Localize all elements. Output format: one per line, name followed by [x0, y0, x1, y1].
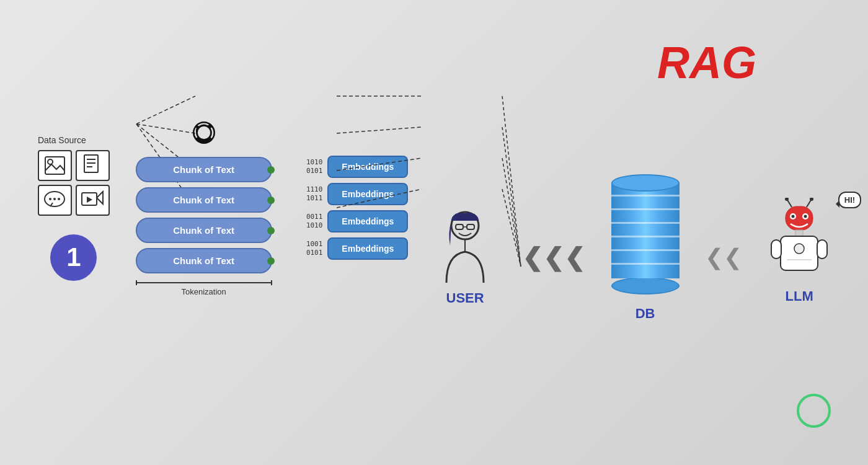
db-to-llm-arrows: ❮❮ [705, 244, 742, 270]
user-label: USER [446, 290, 484, 306]
svg-line-11 [502, 189, 521, 267]
binary-1: 1010 0101 [298, 158, 322, 176]
svg-point-20 [53, 198, 56, 200]
db-cylinder [611, 174, 680, 294]
openai-icon [190, 119, 218, 152]
green-circle-decoration [797, 394, 831, 428]
svg-point-37 [804, 215, 807, 218]
chunk-item-3: Chunk of Text [136, 218, 272, 243]
user-figure [434, 208, 496, 285]
embedding-row-4: 1001 0101 Embeddings [298, 237, 408, 260]
document-icon [76, 150, 110, 181]
svg-rect-38 [795, 230, 803, 236]
chunk-item-1: Chunk of Text [136, 157, 272, 182]
speech-bubble: HI! [838, 192, 861, 208]
embedding-box-1: Embeddings [327, 156, 408, 178]
binary-4: 1001 0101 [298, 240, 322, 258]
embedding-row-1: 1010 0101 Embeddings [298, 156, 408, 178]
svg-marker-24 [87, 197, 92, 203]
svg-rect-43 [817, 240, 827, 259]
embedding-box-4: Embeddings [327, 237, 408, 260]
chunks-section: Chunk of Text Chunk of Text Chunk of Tex… [136, 119, 272, 296]
chunk-item-4: Chunk of Text [136, 248, 272, 273]
svg-point-40 [794, 244, 804, 254]
tokenization-bar [136, 282, 272, 283]
binary-2: 1110 1011 [298, 185, 322, 203]
chunk-dot-1 [267, 166, 275, 174]
chunk-dot-3 [267, 227, 275, 234]
embedding-box-3: Embeddings [327, 210, 408, 232]
data-source-section: Data Source [38, 135, 110, 281]
chunks-list: Chunk of Text Chunk of Text Chunk of Tex… [136, 157, 272, 273]
data-source-label: Data Source [38, 135, 86, 145]
svg-line-8 [502, 96, 521, 267]
chunk-item-2: Chunk of Text [136, 187, 272, 213]
binary-3: 0011 1010 [298, 213, 322, 231]
cylinder-body [611, 183, 680, 278]
llm-section: HI! [768, 198, 830, 304]
svg-line-5 [337, 127, 422, 133]
user-to-db-arrows: ❮❮❮ [522, 243, 585, 272]
svg-line-10 [502, 158, 521, 267]
svg-point-21 [58, 198, 60, 200]
svg-rect-26 [456, 224, 463, 229]
embedding-row-2: 1110 1011 Embeddings [298, 183, 408, 205]
tokenization-section: Tokenization [136, 280, 272, 296]
svg-point-19 [49, 198, 51, 200]
chat-icon [38, 185, 72, 216]
user-section: USER [434, 208, 496, 306]
db-section: DB [611, 174, 680, 322]
embedding-row-3: 0011 1010 Embeddings [298, 210, 408, 232]
svg-rect-12 [45, 157, 64, 174]
svg-line-9 [502, 127, 521, 267]
svg-marker-23 [97, 192, 103, 204]
robot-figure: HI! [768, 198, 830, 278]
svg-rect-42 [771, 240, 781, 259]
chunk-dot-4 [267, 257, 275, 265]
svg-point-13 [48, 159, 53, 164]
cylinder-top [611, 174, 680, 192]
llm-label: LLM [786, 288, 813, 304]
db-label: DB [636, 306, 655, 322]
image-icon [38, 150, 72, 181]
chunk-dot-2 [267, 197, 275, 204]
data-source-icons [38, 150, 110, 216]
video-icon [76, 185, 110, 216]
step-number: 1 [50, 234, 97, 281]
cylinder-bottom [611, 277, 680, 294]
rag-title: RAG [657, 37, 756, 88]
svg-rect-27 [467, 224, 474, 229]
svg-point-36 [792, 215, 795, 218]
tokenization-label: Tokenization [136, 287, 272, 296]
embeddings-section: 1010 0101 Embeddings 1110 1011 Embedding… [298, 156, 408, 260]
embedding-box-2: Embeddings [327, 183, 408, 205]
